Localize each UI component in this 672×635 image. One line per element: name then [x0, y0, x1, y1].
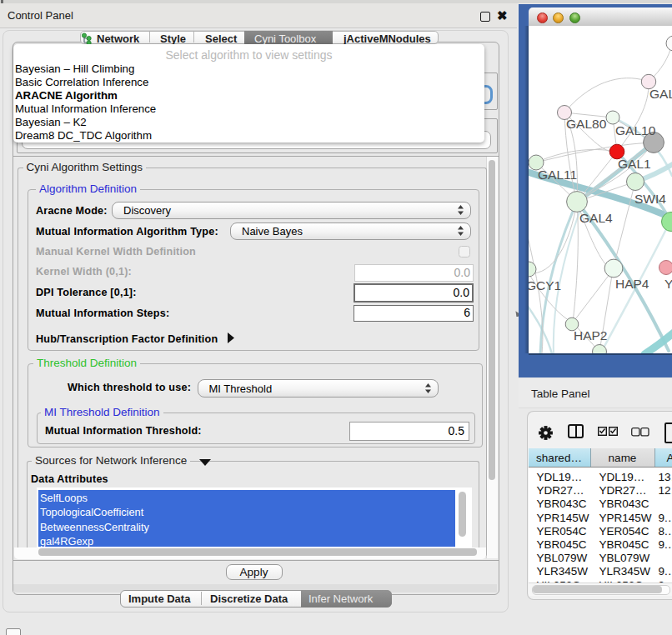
svg-text:HAP4: HAP4 [615, 277, 649, 291]
svg-text:GCY1: GCY1 [529, 278, 561, 292]
svg-text:GAL10: GAL10 [615, 123, 656, 138]
svg-text:SWI4: SWI4 [634, 192, 666, 206]
svg-text:HAP2: HAP2 [574, 328, 608, 342]
svg-text:YP: YP [664, 277, 672, 291]
svg-text:GAL80: GAL80 [566, 117, 607, 131]
svg-text:GAL4: GAL4 [579, 211, 613, 225]
svg-text:GAL7: GAL7 [649, 87, 672, 101]
svg-text:GAL11: GAL11 [538, 168, 577, 182]
svg-text:GAL1: GAL1 [618, 157, 651, 171]
